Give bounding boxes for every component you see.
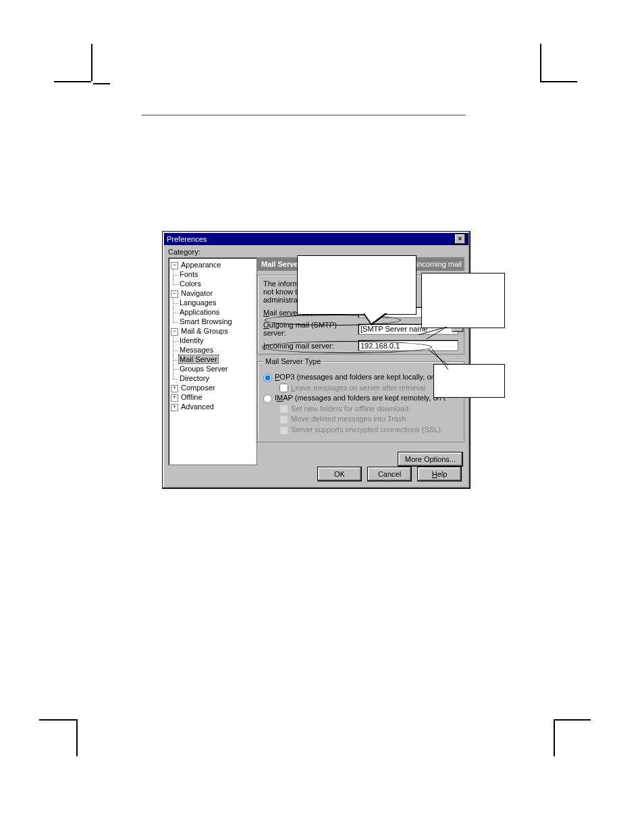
imap-trash-label: Move deleted messages into Trash [291,415,406,423]
crop-mark-bottom-left [39,719,86,766]
tree-item-offline[interactable]: Offline [180,393,203,401]
tree-item-languages[interactable]: Languages [179,298,217,307]
incoming-label: Incoming mail server: [263,342,358,350]
tree-item-colors[interactable]: Colors [179,280,202,288]
pop3-radio[interactable] [263,373,272,382]
callout-tail-1 [363,313,387,325]
tree-item-mail-groups[interactable]: Mail & Groups [180,327,229,335]
imap-ssl-checkbox [279,426,288,435]
category-label: Category: [168,248,200,256]
tree-item-mail-server[interactable]: Mail Server [179,355,218,363]
collapse-icon[interactable]: − [171,328,178,336]
expand-icon[interactable]: + [171,404,178,411]
callout-tail-2 [419,327,448,336]
close-icon[interactable]: × [454,234,466,244]
svg-line-0 [419,327,447,335]
tree-item-applications[interactable]: Applications [179,308,220,316]
titlebar: Preferences × [164,233,468,245]
category-tree[interactable]: −Appearance Fonts Colors −Navigator Lang… [168,257,257,465]
imap-trash-checkbox [279,415,288,424]
tree-item-groups-server[interactable]: Groups Server [179,365,229,373]
svg-line-1 [427,327,447,339]
info-text: not know th [263,288,301,296]
leave-on-server-checkbox[interactable] [279,384,288,392]
group-legend: Mail Server Type [263,357,323,365]
callout-box-2 [421,273,505,328]
leave-on-server-label: Leave messages on server after retrieval [291,384,425,392]
tree-item-identity[interactable]: Identity [179,336,204,344]
tree-item-navigator[interactable]: Navigator [180,289,213,297]
imap-label: IMAP (messages and folders are kept remo… [275,394,446,402]
tree-item-advanced[interactable]: Advanced [180,402,215,411]
tree-item-directory[interactable]: Directory [179,374,210,382]
pop3-label: POP3 (messages and folders are kept loca… [275,373,448,381]
imap-radio[interactable] [263,394,272,403]
tree-item-fonts[interactable]: Fonts [179,270,199,278]
callout-tail-3 [428,349,455,369]
cancel-button[interactable]: Cancel [367,467,412,481]
tree-item-smart-browsing[interactable]: Smart Browsing [179,317,233,325]
svg-line-3 [432,349,448,369]
imap-ssl-label: Server supports encrypted connections (S… [291,425,441,434]
collapse-icon[interactable]: − [171,262,178,269]
more-options-button[interactable]: More Options... [398,452,463,467]
imap-offline-label: Set new folders for offline download [291,405,408,413]
expand-icon[interactable]: + [171,394,178,402]
panel-heading-text: Mail Server [261,260,301,268]
crop-mark-top-left [54,44,101,91]
crop-mark-bottom-right [554,719,601,766]
window-title: Preferences [167,235,207,243]
tree-item-appearance[interactable]: Appearance [180,261,221,269]
collapse-icon[interactable]: − [171,290,178,298]
imap-offline-checkbox [279,405,288,413]
crop-mark-top-right [540,44,587,91]
expand-icon[interactable]: + [171,385,178,392]
tree-item-composer[interactable]: Composer [180,384,216,392]
page-rule [142,115,466,115]
smtp-label: Outgoing mail (SMTP) server: [263,321,358,337]
help-button[interactable]: Help [417,467,462,481]
tree-item-messages[interactable]: Messages [179,346,214,354]
callout-box-1 [297,255,417,315]
ok-button[interactable]: OK [317,467,362,481]
